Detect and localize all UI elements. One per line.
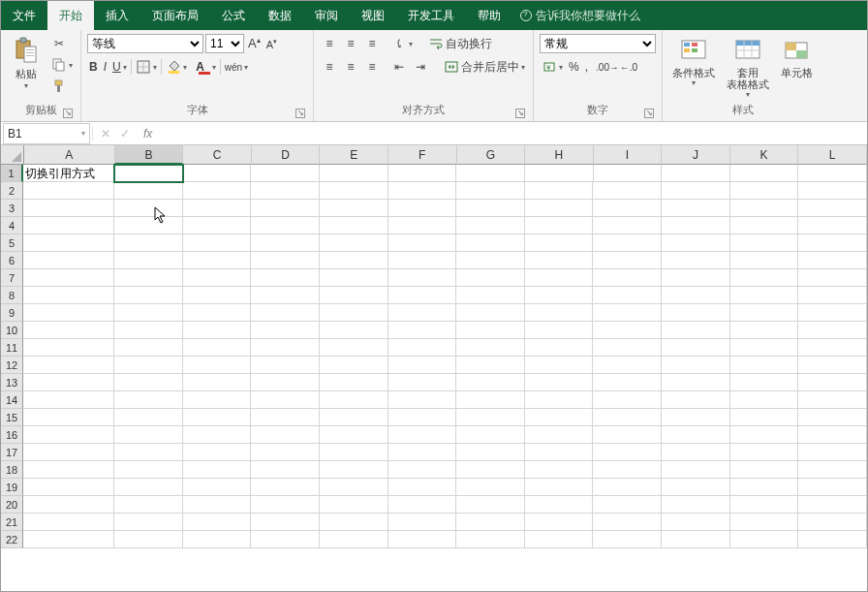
cell-K10[interactable] (730, 322, 799, 339)
cell-B5[interactable] (114, 234, 183, 252)
cell-F5[interactable] (388, 234, 457, 252)
cell-A15[interactable] (23, 409, 114, 426)
comma-style-button[interactable]: , (583, 57, 590, 77)
row-header[interactable]: 11 (1, 339, 23, 357)
cell-D7[interactable] (251, 269, 320, 287)
cell-J16[interactable] (662, 426, 730, 444)
cell-E5[interactable] (320, 234, 388, 252)
align-center-button[interactable]: ≡ (341, 57, 360, 77)
cell-C4[interactable] (183, 217, 252, 234)
cell-G10[interactable] (456, 322, 525, 339)
cell-L11[interactable] (798, 339, 867, 357)
cell-H16[interactable] (525, 426, 594, 444)
cell-K3[interactable] (730, 200, 799, 217)
row-header[interactable]: 6 (1, 252, 23, 269)
cell-J2[interactable] (662, 182, 730, 200)
cell-L9[interactable] (798, 304, 867, 322)
column-header-C[interactable]: C (183, 145, 252, 165)
cell-F3[interactable] (388, 200, 457, 217)
cell-L6[interactable] (798, 252, 867, 269)
cell-E8[interactable] (320, 287, 388, 304)
cell-E1[interactable] (320, 165, 388, 182)
conditional-format-button[interactable]: 条件格式 ▾ (668, 34, 719, 89)
bold-button[interactable]: B (87, 57, 100, 77)
cell-C6[interactable] (183, 252, 252, 269)
cell-D11[interactable] (251, 339, 320, 357)
borders-button[interactable]: ▾ (134, 57, 159, 77)
tab-data[interactable]: 数据 (257, 1, 303, 30)
cell-A11[interactable] (23, 339, 114, 357)
copy-button[interactable]: ▾ (49, 55, 75, 75)
cell-G21[interactable] (456, 514, 525, 531)
align-right-button[interactable]: ≡ (362, 57, 382, 77)
cell-D6[interactable] (251, 252, 320, 269)
cell-F20[interactable] (388, 496, 457, 514)
cell-H20[interactable] (525, 496, 594, 514)
cell-K4[interactable] (730, 217, 799, 234)
cell-B7[interactable] (114, 269, 183, 287)
cell-G15[interactable] (456, 409, 525, 426)
cell-C9[interactable] (183, 304, 252, 322)
cell-K13[interactable] (730, 374, 799, 391)
cell-H10[interactable] (525, 322, 594, 339)
cell-I16[interactable] (593, 426, 662, 444)
cell-L19[interactable] (798, 479, 867, 496)
cell-K6[interactable] (730, 252, 799, 269)
cell-G3[interactable] (456, 200, 525, 217)
cell-H15[interactable] (525, 409, 594, 426)
cell-B12[interactable] (114, 357, 183, 374)
cell-E22[interactable] (320, 531, 388, 548)
cell-A9[interactable] (23, 304, 114, 322)
cell-J19[interactable] (662, 479, 730, 496)
column-header-B[interactable]: B (115, 145, 184, 165)
cell-F12[interactable] (388, 357, 457, 374)
cell-G6[interactable] (456, 252, 525, 269)
cell-F17[interactable] (388, 444, 457, 461)
row-header[interactable]: 10 (1, 322, 23, 339)
merge-center-button[interactable]: 合并后居中▾ (442, 57, 527, 77)
cell-G19[interactable] (456, 479, 525, 496)
tab-help[interactable]: 帮助 (466, 1, 512, 30)
cell-K21[interactable] (730, 514, 799, 531)
cell-K1[interactable] (730, 165, 799, 182)
row-header[interactable]: 5 (1, 234, 23, 252)
cell-F22[interactable] (388, 531, 457, 548)
cell-H9[interactable] (525, 304, 594, 322)
cell-F15[interactable] (388, 409, 457, 426)
row-header[interactable]: 1 (1, 165, 23, 182)
cell-A5[interactable] (23, 234, 114, 252)
cell-F2[interactable] (388, 182, 457, 200)
tab-view[interactable]: 视图 (350, 1, 396, 30)
number-format-combo[interactable]: 常规 (540, 34, 656, 53)
cell-D18[interactable] (251, 461, 320, 479)
cell-L14[interactable] (798, 391, 867, 409)
cell-E15[interactable] (320, 409, 388, 426)
fx-icon[interactable]: fx (143, 127, 152, 140)
cell-K15[interactable] (730, 409, 799, 426)
cell-C14[interactable] (183, 391, 252, 409)
cell-A14[interactable] (23, 391, 114, 409)
cell-H22[interactable] (525, 531, 594, 548)
paste-button[interactable]: 粘贴 ▾ (7, 34, 46, 92)
cell-D5[interactable] (251, 234, 320, 252)
select-all-button[interactable] (1, 145, 24, 165)
cell-C1[interactable] (183, 165, 252, 182)
font-color-button[interactable]: A▾ (191, 57, 218, 77)
row-header[interactable]: 12 (1, 357, 23, 374)
cell-B6[interactable] (114, 252, 183, 269)
percent-button[interactable]: % (567, 57, 581, 77)
italic-button[interactable]: I (102, 57, 108, 77)
cell-B22[interactable] (114, 531, 183, 548)
cell-J11[interactable] (662, 339, 730, 357)
increase-indent-button[interactable]: ⇥ (411, 57, 430, 77)
cell-D16[interactable] (251, 426, 320, 444)
cell-I12[interactable] (593, 357, 662, 374)
cell-G11[interactable] (456, 339, 525, 357)
cell-J5[interactable] (662, 234, 730, 252)
cell-I21[interactable] (593, 514, 662, 531)
cell-E7[interactable] (320, 269, 388, 287)
wrap-text-button[interactable]: 自动换行 (426, 34, 494, 53)
cell-G14[interactable] (456, 391, 525, 409)
cell-D2[interactable] (251, 182, 320, 200)
cell-A22[interactable] (23, 531, 114, 548)
